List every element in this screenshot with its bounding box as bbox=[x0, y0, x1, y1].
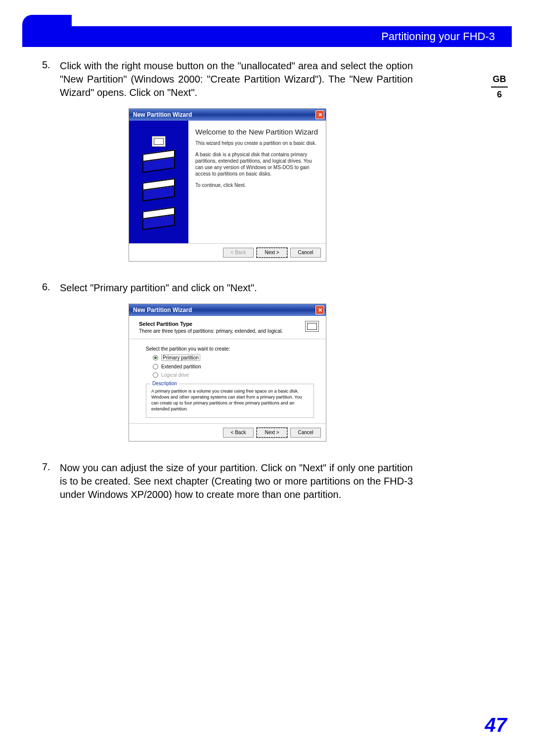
dialog-body: Select the partition you want to create:… bbox=[129, 339, 326, 423]
next-button[interactable]: Next > bbox=[257, 248, 287, 258]
cancel-button[interactable]: Cancel bbox=[290, 248, 321, 258]
radio-label: Logical drive bbox=[161, 372, 189, 378]
wizard-heading: Welcome to the New Partition Wizard bbox=[195, 128, 319, 136]
radio-primary-partition[interactable]: Primary partition bbox=[153, 355, 314, 361]
back-button[interactable]: < Back bbox=[223, 428, 254, 438]
dialog-title: New Partition Wizard bbox=[133, 307, 192, 313]
disk-icon bbox=[305, 321, 319, 332]
page-number: 47 bbox=[485, 714, 507, 736]
close-icon[interactable]: ✕ bbox=[315, 110, 324, 119]
subheader-title: Select Partition Type bbox=[139, 321, 283, 327]
dialog-button-row: < Back Next > Cancel bbox=[129, 243, 326, 261]
dialog-button-row: < Back Next > Cancel bbox=[129, 423, 326, 441]
dialog-body: Welcome to the New Partition Wizard This… bbox=[129, 121, 326, 243]
radio-icon bbox=[153, 355, 158, 360]
next-button[interactable]: Next > bbox=[257, 428, 287, 438]
select-partition-type-dialog: New Partition Wizard ✕ Select Partition … bbox=[129, 304, 326, 442]
wizard-paragraph: This wizard helps you create a partition… bbox=[195, 140, 319, 146]
radio-icon bbox=[153, 364, 158, 369]
disk-icon bbox=[141, 209, 176, 233]
dialog-titlebar: New Partition Wizard ✕ bbox=[129, 109, 326, 121]
side-tab: GB 6 bbox=[487, 74, 512, 100]
back-button[interactable]: < Back bbox=[223, 248, 254, 258]
step-text: Click with the right mouse button on the… bbox=[60, 59, 413, 99]
wizard-sidebar bbox=[129, 121, 188, 243]
subheader-text: Select Partition Type There are three ty… bbox=[139, 321, 283, 334]
side-tab-chapter: 6 bbox=[487, 89, 512, 100]
disk-icon bbox=[152, 136, 166, 147]
step-number: 6. bbox=[42, 281, 60, 295]
fieldset-legend: Description bbox=[150, 381, 179, 386]
description-fieldset: Description A primary partition is a vol… bbox=[146, 384, 314, 418]
step-number: 7. bbox=[42, 461, 60, 501]
header-corner bbox=[22, 15, 72, 47]
step-6: 6. Select "Primary partition" and click … bbox=[42, 281, 413, 295]
radio-logical-drive: Logical drive bbox=[153, 372, 314, 378]
prompt-text: Select the partition you want to create: bbox=[146, 346, 314, 352]
cancel-button[interactable]: Cancel bbox=[290, 428, 321, 438]
step-5: 5. Click with the right mouse button on … bbox=[42, 59, 413, 99]
content-area: 5. Click with the right mouse button on … bbox=[42, 59, 413, 510]
description-text: A primary partition is a volume you crea… bbox=[151, 388, 309, 412]
wizard-paragraph: To continue, click Next. bbox=[195, 182, 319, 188]
radio-label: Extended partition bbox=[161, 364, 201, 369]
side-tab-lang: GB bbox=[487, 74, 512, 85]
radio-icon bbox=[153, 372, 158, 378]
step-7: 7. Now you can adjust the size of your p… bbox=[42, 461, 413, 501]
step-text: Now you can adjust the size of your part… bbox=[60, 461, 413, 501]
step-number: 5. bbox=[42, 59, 60, 99]
dialog-title: New Partition Wizard bbox=[133, 111, 192, 118]
radio-extended-partition[interactable]: Extended partition bbox=[153, 364, 314, 369]
dialog-titlebar: New Partition Wizard ✕ bbox=[129, 304, 326, 316]
new-partition-wizard-welcome-dialog: New Partition Wizard ✕ Welcome to the Ne… bbox=[129, 108, 326, 262]
step-text: Select "Primary partition" and click on … bbox=[60, 281, 413, 295]
disk-icon bbox=[141, 180, 176, 204]
manual-page: Partitioning your FHD-3 GB 6 5. Click wi… bbox=[0, 0, 534, 756]
dialog-subheader: Select Partition Type There are three ty… bbox=[129, 316, 326, 339]
subheader-subtitle: There are three types of partitions: pri… bbox=[139, 328, 283, 334]
disk-icon bbox=[141, 152, 176, 176]
wizard-paragraph: A basic disk is a physical disk that con… bbox=[195, 151, 319, 177]
header-band: Partitioning your FHD-3 bbox=[22, 15, 512, 47]
wizard-text-area: Welcome to the New Partition Wizard This… bbox=[188, 121, 326, 243]
section-title: Partitioning your FHD-3 bbox=[72, 26, 512, 47]
close-icon[interactable]: ✕ bbox=[315, 306, 324, 314]
radio-label: Primary partition bbox=[161, 355, 200, 361]
side-tab-divider bbox=[491, 87, 508, 88]
